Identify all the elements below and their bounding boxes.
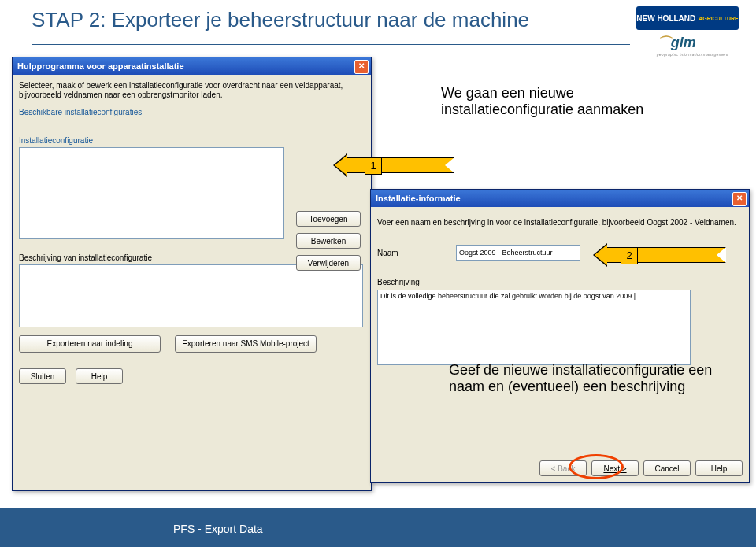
dialog-2-title: Installatie-informatie	[376, 194, 461, 203]
logo-gim: ⌒gim geographic information management	[657, 33, 728, 57]
help-button-2[interactable]: Help	[695, 460, 743, 476]
titlebar-2: Installatie-informatie ✕	[371, 190, 749, 207]
titlebar: Hulpprogramma voor apparaatinstallatie ✕	[13, 57, 371, 75]
intro-2: Voer een naam en beschrijving in voor de…	[377, 218, 743, 227]
config-listbox[interactable]	[19, 147, 284, 239]
logo-nh-text: NEW HOLLAND	[636, 14, 695, 23]
logo-new-holland: NEW HOLLAND AGRICULTURE	[636, 6, 739, 30]
label-install-config: Installatieconfiguratie	[19, 136, 365, 145]
export-sms-button[interactable]: Exporteren naar SMS Mobile-project	[175, 335, 317, 353]
cancel-button[interactable]: Cancel	[643, 460, 691, 476]
delete-button[interactable]: Verwijderen	[296, 255, 361, 271]
label-available-configs: Beschikbare installatieconfiguraties	[19, 108, 365, 116]
dialog-title: Hulpprogramma voor apparaatinstallatie	[17, 61, 184, 71]
edit-button[interactable]: Bewerken	[296, 233, 361, 249]
callout-num-2: 2	[621, 247, 638, 264]
name-label: Naam	[377, 249, 456, 257]
dialog-install-helper: Hulpprogramma voor apparaatinstallatie ✕…	[12, 57, 372, 491]
callout-1-text: We gaan een nieuwe installatieconfigurat…	[441, 85, 709, 118]
add-button[interactable]: Toevoegen	[296, 211, 361, 227]
footer-bar	[0, 508, 756, 547]
highlight-oval	[569, 454, 624, 479]
help-button[interactable]: Help	[76, 368, 123, 384]
export-format-button[interactable]: Exporteren naar indeling	[19, 335, 161, 353]
desc-label: Beschrijving	[377, 278, 456, 286]
close-icon-2[interactable]: ✕	[732, 192, 747, 206]
footer-text: PFS - Export Data	[173, 523, 263, 535]
callout-num-1: 1	[365, 157, 382, 175]
description-box[interactable]	[19, 264, 363, 327]
arrow-1	[346, 157, 454, 173]
close-icon[interactable]: ✕	[354, 60, 369, 74]
divider	[32, 44, 630, 45]
name-input[interactable]	[456, 245, 580, 261]
slide-title: STAP 2: Exporteer je beheerstructuur naa…	[32, 8, 529, 32]
logo-nh-sub: AGRICULTURE	[699, 16, 738, 21]
close-button[interactable]: Sluiten	[19, 368, 66, 384]
desc-textarea[interactable]: Dit is de volledige beheerstructuur die …	[377, 290, 691, 365]
callout-2-text: Geef de nieuwe installatieconfiguratie e…	[449, 362, 732, 395]
intro-text: Selecteer, maak of bewerk een installati…	[19, 81, 365, 100]
dialog-install-info: Installatie-informatie ✕ Voer een naam e…	[370, 189, 750, 483]
